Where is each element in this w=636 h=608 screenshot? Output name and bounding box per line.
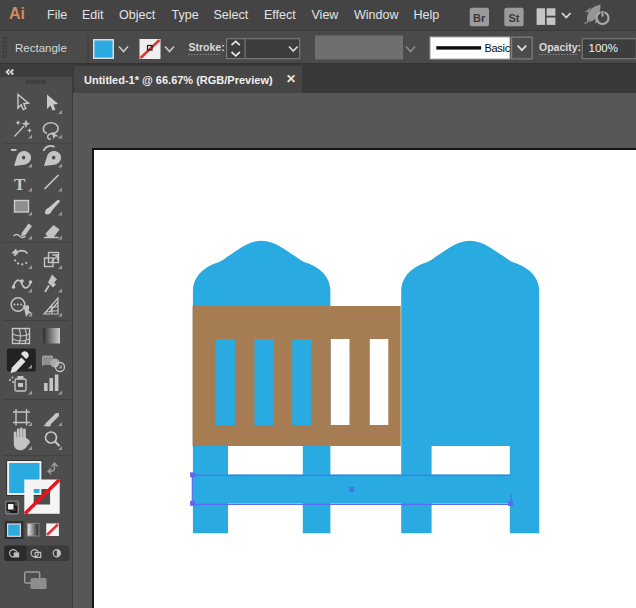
svg-text:100%: 100% [589,42,618,54]
svg-text:Basic: Basic [485,42,511,54]
svg-text:Stroke:: Stroke: [189,41,225,53]
svg-text:Rectangle: Rectangle [15,42,67,54]
svg-text:St: St [509,12,520,24]
svg-text:Opacity:: Opacity: [539,41,581,53]
svg-text:Br: Br [473,12,486,24]
svg-text:T: T [14,175,26,194]
